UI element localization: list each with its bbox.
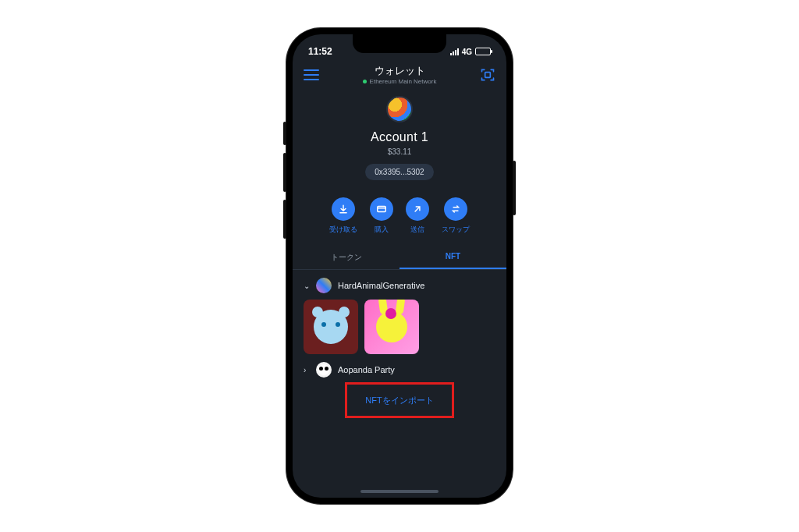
nft-grid [304, 300, 495, 354]
address-pill[interactable]: 0x3395...5302 [365, 164, 433, 180]
nav-bar: ウォレット Ethereum Main Network [293, 61, 506, 85]
volume-button [283, 122, 286, 145]
account-balance: $33.11 [293, 147, 506, 156]
swap-icon [444, 197, 467, 221]
buy-button[interactable]: 購入 [370, 197, 393, 235]
volume-button [283, 200, 286, 239]
scan-icon[interactable] [480, 67, 495, 83]
swap-label: スワップ [442, 225, 470, 235]
card-icon [370, 197, 393, 221]
buy-label: 購入 [370, 225, 393, 235]
import-highlight-box: NFTをインポート [345, 382, 454, 418]
collection-header[interactable]: › Aopanda Party [304, 362, 495, 378]
send-label: 送信 [406, 225, 429, 235]
home-indicator[interactable] [360, 490, 439, 493]
account-name: Account 1 [293, 130, 506, 144]
arrow-up-right-icon [406, 197, 429, 221]
account-section: Account 1 $33.11 0x3395...5302 [293, 85, 506, 186]
collection-avatar [316, 362, 332, 378]
collection-header[interactable]: ⌄ HardAnimalGenerative [304, 278, 495, 293]
page-title: ウォレット [363, 64, 437, 78]
battery-icon [475, 48, 491, 55]
network-label: Ethereum Main Network [370, 78, 437, 85]
phone-frame: 11:52 4G ウォレット Ethereum Main Network [286, 28, 513, 504]
download-icon [332, 197, 355, 221]
nft-artwork-bear [314, 310, 348, 344]
collection-aopanda: › Aopanda Party [293, 354, 506, 378]
import-nft-link[interactable]: NFTをインポート [365, 395, 433, 406]
svg-rect-1 [378, 207, 386, 212]
network-status-dot [363, 80, 367, 83]
chevron-down-icon: ⌄ [304, 282, 310, 290]
nft-artwork-bunny [376, 311, 407, 342]
signal-icon [450, 48, 459, 55]
action-row: 受け取る 購入 送信 スワップ [293, 197, 506, 235]
status-time: 11:52 [308, 46, 332, 57]
nav-center: ウォレット Ethereum Main Network [363, 64, 437, 85]
chevron-right-icon: › [304, 366, 310, 374]
tab-row: トークン NFT [293, 246, 506, 270]
send-button[interactable]: 送信 [406, 197, 429, 235]
network-type: 4G [462, 48, 472, 56]
app-screen: 11:52 4G ウォレット Ethereum Main Network [293, 34, 506, 498]
swap-button[interactable]: スワップ [442, 197, 470, 235]
receive-button[interactable]: 受け取る [329, 197, 357, 235]
status-right: 4G [450, 48, 491, 56]
collection-hardanimal: ⌄ HardAnimalGenerative [293, 270, 506, 354]
network-row[interactable]: Ethereum Main Network [363, 78, 437, 85]
tab-nft[interactable]: NFT [400, 246, 506, 269]
volume-button [283, 153, 286, 192]
collection-name: Aopanda Party [338, 365, 395, 374]
collection-avatar [316, 278, 332, 293]
device-notch [353, 34, 446, 53]
svg-rect-0 [485, 72, 491, 77]
power-button [513, 161, 516, 215]
receive-label: 受け取る [329, 225, 357, 235]
menu-icon[interactable] [304, 69, 319, 80]
account-avatar[interactable] [386, 96, 413, 122]
tab-tokens[interactable]: トークン [293, 246, 400, 269]
collection-name: HardAnimalGenerative [338, 281, 424, 290]
nft-item[interactable] [304, 300, 358, 354]
nft-item[interactable] [364, 300, 419, 354]
